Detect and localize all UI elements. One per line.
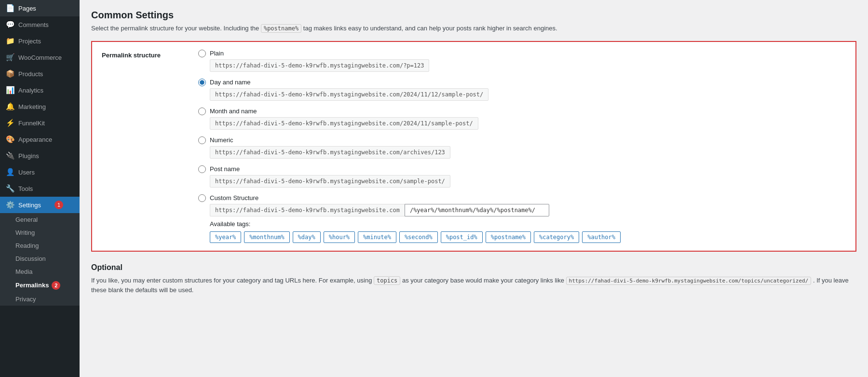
badge-submenu-permalinks: 2 — [52, 281, 60, 290]
settings-submenu: GeneralWritingReadingDiscussionMediaPerm… — [0, 213, 80, 306]
sidebar-label-tools: Tools — [18, 185, 33, 192]
radio-option-custom_structure: Custom Structure — [198, 194, 846, 202]
tag-btn-category[interactable]: %category% — [534, 231, 579, 243]
sidebar-item-analytics[interactable]: 📊Analytics — [0, 82, 80, 98]
postname-code: %postname% — [261, 24, 301, 33]
submenu-label-reading: Reading — [15, 242, 39, 249]
url-example-plain: https://fahad-divi-5-demo-k9rwfb.mystagi… — [210, 59, 429, 72]
sidebar-label-plugins: Plugins — [18, 152, 39, 160]
sidebar-label-products: Products — [18, 70, 43, 78]
sidebar-label-pages: Pages — [18, 5, 36, 12]
radio-option-plain: Plain — [198, 50, 846, 57]
sidebar-item-plugins[interactable]: 🔌Plugins — [0, 148, 80, 164]
sidebar-label-comments: Comments — [18, 21, 49, 28]
submenu-item-media[interactable]: Media — [0, 265, 80, 278]
tag-btn-post_id[interactable]: %post_id% — [441, 231, 483, 243]
sidebar-item-products[interactable]: 📦Products — [0, 66, 80, 82]
radio-label-post_name: Post name — [210, 165, 240, 173]
optional-title: Optional — [91, 263, 856, 272]
submenu-label-writing: Writing — [15, 229, 35, 236]
tools-icon: 🔧 — [6, 184, 14, 193]
tag-btn-second[interactable]: %second% — [399, 231, 438, 243]
url-example-post_name: https://fahad-divi-5-demo-k9rwfb.mystagi… — [210, 175, 450, 188]
url-example-numeric: https://fahad-divi-5-demo-k9rwfb.mystagi… — [210, 146, 450, 159]
description-after: tag makes links easy to understand, and … — [303, 25, 557, 32]
sidebar-label-settings: Settings — [18, 202, 41, 209]
submenu-item-permalinks[interactable]: Permalinks2 — [0, 278, 80, 293]
submenu-item-reading[interactable]: Reading — [0, 239, 80, 252]
sidebar-item-pages[interactable]: 📄Pages — [0, 0, 80, 16]
radio-custom_structure[interactable] — [198, 194, 206, 202]
permalink-options: Plainhttps://fahad-divi-5-demo-k9rwfb.my… — [198, 50, 846, 243]
users-icon: 👤 — [6, 168, 14, 176]
tag-btn-minute[interactable]: %minute% — [358, 231, 396, 243]
sidebar-label-appearance: Appearance — [18, 136, 52, 143]
submenu-item-discussion[interactable]: Discussion — [0, 252, 80, 265]
radio-option-day_and_name: Day and name — [198, 79, 846, 86]
badge-settings: 1 — [54, 201, 63, 209]
submenu-item-writing[interactable]: Writing — [0, 226, 80, 239]
settings-arrow: ◀ — [69, 202, 74, 209]
sidebar-item-comments[interactable]: 💬Comments — [0, 16, 80, 33]
radio-option-numeric: Numeric — [198, 136, 846, 144]
radio-day_and_name[interactable] — [198, 79, 206, 86]
opt-desc-middle: as your category base would make your ca… — [402, 277, 564, 284]
radio-label-numeric: Numeric — [210, 136, 233, 144]
sidebar-item-users[interactable]: 👤Users — [0, 164, 80, 180]
sidebar-label-funnelkit: FunnelKit — [18, 120, 45, 127]
woocommerce-icon: 🛒 — [6, 53, 14, 62]
submenu-label-discussion: Discussion — [15, 255, 46, 262]
main-content: Common Settings Select the permalink str… — [80, 0, 868, 377]
tag-btn-day[interactable]: %day% — [293, 231, 321, 243]
radio-option-month_and_name: Month and name — [198, 108, 846, 115]
page-description: Select the permalink structure for your … — [91, 24, 856, 33]
radio-label-plain: Plain — [210, 50, 224, 57]
appearance-icon: 🎨 — [6, 135, 14, 144]
custom-url-prefix: https://fahad-divi-5-demo-k9rwfb.mystagi… — [210, 204, 405, 216]
sidebar: 📄Pages💬Comments📁Projects🛒WooCommerce📦Pro… — [0, 0, 80, 377]
sidebar-label-analytics: Analytics — [18, 87, 43, 94]
tag-btn-hour[interactable]: %hour% — [324, 231, 355, 243]
comments-icon: 💬 — [6, 20, 14, 29]
page-title: Common Settings — [91, 10, 856, 21]
sidebar-item-appearance[interactable]: 🎨Appearance — [0, 131, 80, 148]
optional-description: If you like, you may enter custom struct… — [91, 276, 856, 296]
sidebar-item-funnelkit[interactable]: ⚡FunnelKit — [0, 115, 80, 131]
sidebar-item-tools[interactable]: 🔧Tools — [0, 180, 80, 197]
plugins-icon: 🔌 — [6, 151, 14, 160]
sidebar-item-marketing[interactable]: 🔔Marketing — [0, 98, 80, 115]
tag-btn-postname[interactable]: %postname% — [486, 231, 531, 243]
topics-code: topics — [374, 276, 400, 285]
radio-label-custom_structure: Custom Structure — [210, 194, 258, 202]
custom-structure-input[interactable] — [405, 204, 549, 216]
tag-btn-year[interactable]: %year% — [210, 231, 241, 243]
radio-label-day_and_name: Day and name — [210, 79, 251, 86]
radio-numeric[interactable] — [198, 136, 206, 144]
funnelkit-icon: ⚡ — [6, 119, 14, 127]
tag-btn-monthnum[interactable]: %monthnum% — [244, 231, 289, 243]
url-example-day_and_name: https://fahad-divi-5-demo-k9rwfb.mystagi… — [210, 88, 488, 101]
marketing-icon: 🔔 — [6, 102, 14, 111]
sidebar-label-users: Users — [18, 169, 35, 176]
available-tags-label: Available tags: — [210, 220, 846, 228]
sidebar-item-settings[interactable]: ⚙️Settings1◀ — [0, 197, 80, 213]
submenu-label-media: Media — [15, 268, 32, 275]
pages-icon: 📄 — [6, 4, 14, 13]
analytics-icon: 📊 — [6, 86, 14, 94]
sidebar-label-projects: Projects — [18, 38, 41, 45]
sidebar-item-projects[interactable]: 📁Projects — [0, 33, 80, 49]
sidebar-label-marketing: Marketing — [18, 103, 46, 110]
radio-post_name[interactable] — [198, 165, 206, 173]
sidebar-item-woocommerce[interactable]: 🛒WooCommerce — [0, 49, 80, 66]
radio-plain[interactable] — [198, 50, 206, 57]
submenu-label-general: General — [15, 216, 38, 223]
projects-icon: 📁 — [6, 37, 14, 45]
submenu-item-general[interactable]: General — [0, 213, 80, 226]
radio-month_and_name[interactable] — [198, 108, 206, 115]
sidebar-label-woocommerce: WooCommerce — [18, 54, 62, 61]
submenu-label-permalinks: Permalinks — [15, 282, 49, 289]
tag-btn-author[interactable]: %author% — [582, 231, 621, 243]
radio-option-post_name: Post name — [198, 165, 846, 173]
submenu-item-privacy[interactable]: Privacy — [0, 293, 80, 306]
products-icon: 📦 — [6, 69, 14, 78]
